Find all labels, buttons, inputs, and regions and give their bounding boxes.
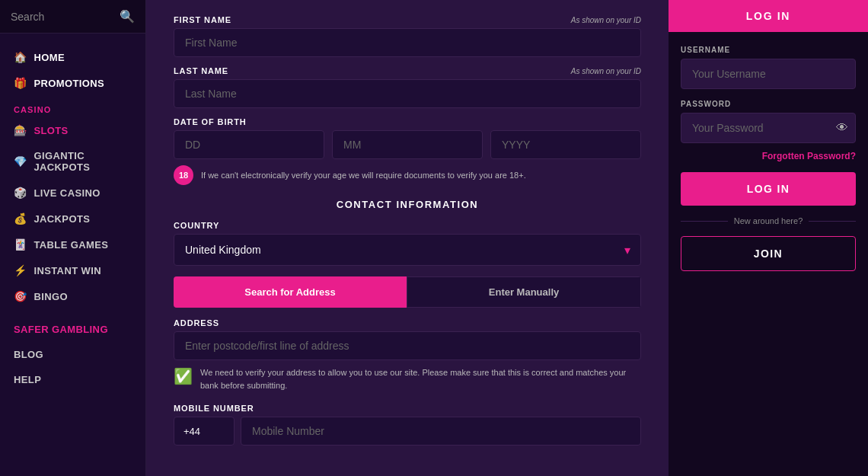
promotions-icon: 🎁	[14, 77, 27, 89]
address-notice-text: We need to verify your address to allow …	[200, 366, 641, 391]
login-form: Username Password 👁 Forgotten Password? …	[669, 32, 868, 285]
age-badge: 18	[174, 165, 193, 185]
mobile-country-code-select[interactable]: +44 +1 +353 +61	[174, 417, 235, 446]
dob-group: Date of Birth	[174, 117, 641, 159]
bingo-icon: 🎯	[14, 290, 27, 302]
sidebar-item-table-games[interactable]: 🃏 Table Games	[0, 232, 145, 257]
search-icon: 🔍	[120, 9, 135, 24]
password-label: Password	[681, 100, 856, 108]
divider-right	[809, 221, 856, 222]
gigantic-jackpots-icon: 💎	[14, 155, 27, 168]
search-bar[interactable]: 🔍	[0, 0, 145, 34]
sidebar: 🔍 🏠 Home 🎁 Promotions Casino 🎰 Slots 💎 G…	[0, 0, 146, 476]
mobile-label: Mobile Number	[174, 404, 254, 413]
password-input-wrap: 👁	[681, 113, 856, 143]
sidebar-item-help[interactable]: Help	[0, 367, 145, 392]
sidebar-item-home[interactable]: 🏠 Home	[0, 44, 145, 70]
search-input[interactable]	[11, 11, 115, 23]
dob-yyyy-input[interactable]	[490, 130, 641, 159]
divider-left	[681, 221, 728, 222]
address-input[interactable]	[174, 331, 641, 360]
dob-dd-input[interactable]	[174, 130, 324, 159]
casino-section-label: Casino	[0, 96, 145, 117]
login-header: Log In	[669, 0, 868, 32]
address-notice: ✅ We need to verify your address to allo…	[174, 366, 641, 391]
check-circle-icon: ✅	[174, 367, 193, 385]
sidebar-item-live-casino[interactable]: 🎲 Live Casino	[0, 180, 145, 206]
mobile-input[interactable]	[241, 417, 641, 446]
country-group: Country United Kingdom United States Ire…	[174, 221, 641, 276]
age-notice: 18 If we can't electronically verify you…	[174, 165, 641, 185]
country-select-wrap: United Kingdom United States Ireland Aus…	[174, 234, 641, 266]
sidebar-item-jackpots[interactable]: 💰 Jackpots	[0, 206, 145, 232]
new-around-text: New around here?	[734, 216, 803, 225]
registration-form: First Name As shown on your ID Last Name…	[146, 0, 669, 476]
login-panel: Log In Username Password 👁 Forgotten Pas…	[669, 0, 868, 476]
sidebar-item-gigantic-jackpots[interactable]: 💎 Gigantic Jackpots	[0, 143, 145, 180]
first-name-input[interactable]	[174, 28, 641, 57]
sidebar-item-promotions[interactable]: 🎁 Promotions	[0, 70, 145, 96]
eye-icon[interactable]: 👁	[836, 121, 848, 135]
first-name-hint: As shown on your ID	[571, 16, 641, 24]
mobile-row: +44 +1 +353 +61	[174, 417, 641, 446]
join-button[interactable]: Join	[681, 236, 856, 271]
contact-section-title: Contact Information	[174, 199, 641, 210]
search-address-tab[interactable]: Search for Address	[174, 276, 407, 308]
forgotten-password-link[interactable]: Forgotten Password?	[681, 151, 856, 161]
last-name-hint: As shown on your ID	[571, 67, 641, 75]
contact-section: Contact Information Country United Kingd…	[174, 199, 641, 446]
login-button[interactable]: Log In	[681, 172, 856, 206]
sidebar-item-bingo[interactable]: 🎯 Bingo	[0, 283, 145, 309]
jackpots-icon: 💰	[14, 212, 27, 225]
live-casino-icon: 🎲	[14, 187, 27, 199]
dob-mm-input[interactable]	[332, 130, 483, 159]
sidebar-nav: 🏠 Home 🎁 Promotions Casino 🎰 Slots 💎 Gig…	[0, 34, 145, 392]
age-notice-text: If we can't electronically verify your a…	[201, 171, 526, 180]
first-name-label: First Name	[174, 15, 231, 24]
country-select[interactable]: United Kingdom United States Ireland Aus…	[174, 234, 641, 266]
address-tabs: Search for Address Enter Manually	[174, 276, 641, 308]
sidebar-item-instant-win[interactable]: ⚡ Instant Win	[0, 257, 145, 283]
username-input[interactable]	[681, 59, 856, 89]
address-group: Address	[174, 318, 641, 360]
username-label: Username	[681, 46, 856, 54]
dob-label: Date of Birth	[174, 117, 247, 126]
home-icon: 🏠	[14, 51, 27, 63]
first-name-group: First Name As shown on your ID	[174, 15, 641, 57]
sidebar-item-safer-gambling[interactable]: Safer Gambling	[0, 317, 145, 342]
username-input-wrap	[681, 59, 856, 89]
password-input[interactable]	[681, 113, 856, 143]
table-games-icon: 🃏	[14, 238, 27, 251]
enter-manually-tab[interactable]: Enter Manually	[407, 276, 641, 308]
last-name-group: Last Name As shown on your ID	[174, 66, 641, 108]
new-around-section: New around here?	[681, 216, 856, 225]
slots-icon: 🎰	[14, 124, 27, 136]
country-label: Country	[174, 221, 219, 230]
last-name-input[interactable]	[174, 79, 641, 108]
mobile-group: Mobile Number +44 +1 +353 +61	[174, 404, 641, 446]
last-name-label: Last Name	[174, 66, 228, 75]
instant-win-icon: ⚡	[14, 264, 27, 276]
address-label: Address	[174, 318, 219, 327]
sidebar-item-blog[interactable]: Blog	[0, 342, 145, 367]
sidebar-item-slots[interactable]: 🎰 Slots	[0, 117, 145, 143]
